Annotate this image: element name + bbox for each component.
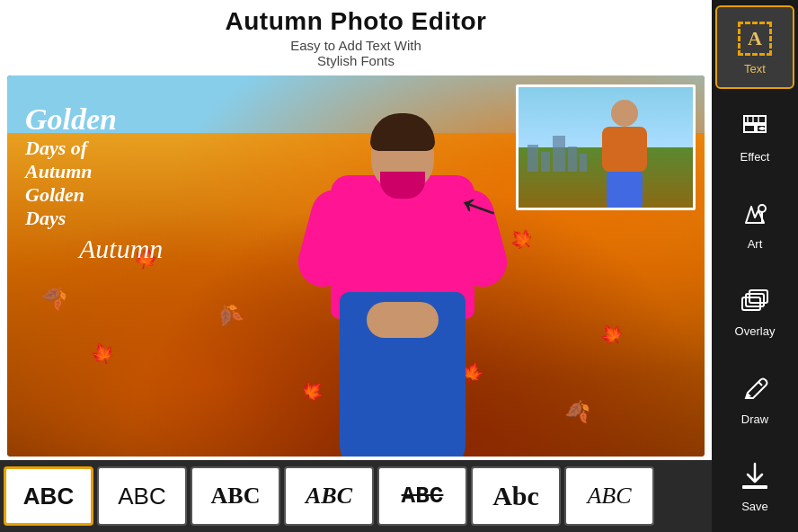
font-label-cursive: Abc: [492, 481, 539, 511]
sidebar-label-art: Art: [748, 237, 763, 251]
sidebar: A Text Effect Art: [712, 0, 798, 532]
sidebar-label-effect: Effect: [740, 150, 769, 164]
text-icon-letter: A: [748, 27, 762, 50]
sidebar-label-save: Save: [741, 500, 768, 513]
sidebar-item-effect[interactable]: Effect: [715, 93, 794, 176]
overlay-line5: Days: [25, 207, 163, 230]
font-btn-bold[interactable]: ABC: [4, 466, 93, 526]
sidebar-item-draw[interactable]: Draw: [715, 355, 794, 439]
draw-icon: [735, 369, 775, 409]
svg-rect-9: [742, 485, 767, 489]
effect-icon: [735, 107, 775, 146]
sidebar-item-overlay[interactable]: Overlay: [715, 268, 794, 351]
app-header: Autumn Photo Editor Easy to Add Text Wit…: [0, 0, 712, 72]
font-label-italic: ABC: [587, 483, 631, 510]
person-figure: [286, 113, 519, 457]
text-icon: A: [735, 19, 775, 58]
photo-text-overlay: Golden Days of Autumn Golden Days Autumn: [25, 102, 163, 264]
photo-canvas[interactable]: 🍂 🍁 🍁 🍂 🍁 🍂 🍁 🍁 🍂 🍁 Golden Days of Autum…: [7, 75, 705, 457]
effect-icon-svg: [739, 111, 771, 143]
svg-line-8: [758, 382, 762, 386]
overlay-icon-svg: [739, 285, 771, 317]
font-btn-strikethrough[interactable]: ABC: [377, 466, 467, 526]
font-label-bold: ABC: [23, 483, 74, 510]
overlay-icon: [735, 281, 775, 321]
overlay-script: Autumn: [79, 234, 163, 264]
font-label-serif-italic: ABC: [306, 483, 352, 510]
sidebar-label-overlay: Overlay: [735, 324, 776, 338]
art-icon-svg: [739, 198, 771, 230]
font-label-serif: ABC: [211, 483, 261, 510]
overlay-line4: Golden: [25, 183, 163, 207]
overlay-line1: Golden: [25, 102, 163, 137]
app-title: Autumn Photo Editor: [14, 7, 697, 36]
font-btn-serif-italic[interactable]: ABC: [284, 466, 374, 526]
overlay-line2: Days of: [25, 137, 163, 160]
draw-icon-svg: [739, 373, 771, 405]
font-btn-serif[interactable]: ABC: [191, 466, 280, 526]
app-subtitle: Easy to Add Text With Stylish Fonts: [14, 38, 697, 68]
save-icon-svg: [739, 460, 771, 492]
arrow-indicator: ←: [444, 167, 516, 244]
sidebar-item-save[interactable]: Save: [715, 443, 794, 527]
save-icon: [735, 457, 775, 496]
svg-point-3: [758, 205, 766, 212]
font-btn-cursive[interactable]: Abc: [471, 466, 561, 526]
thumbnail-preview[interactable]: [516, 84, 696, 210]
sidebar-label-text: Text: [744, 62, 766, 75]
font-strip: ABC ABC ABC ABC ABC Abc ABC: [0, 460, 712, 532]
font-btn-italic[interactable]: ABC: [564, 466, 654, 526]
font-btn-normal[interactable]: ABC: [97, 466, 187, 526]
sidebar-item-text[interactable]: A Text: [715, 5, 794, 89]
sidebar-label-draw: Draw: [741, 412, 768, 426]
font-label-normal: ABC: [118, 483, 165, 510]
thumbnail-cityscape: [528, 123, 632, 172]
font-label-strikethrough: ABC: [402, 483, 444, 510]
text-icon-border: A: [738, 22, 772, 56]
overlay-line3: Autumn: [25, 160, 163, 183]
sidebar-item-art[interactable]: Art: [715, 181, 794, 264]
art-icon: [735, 194, 775, 234]
